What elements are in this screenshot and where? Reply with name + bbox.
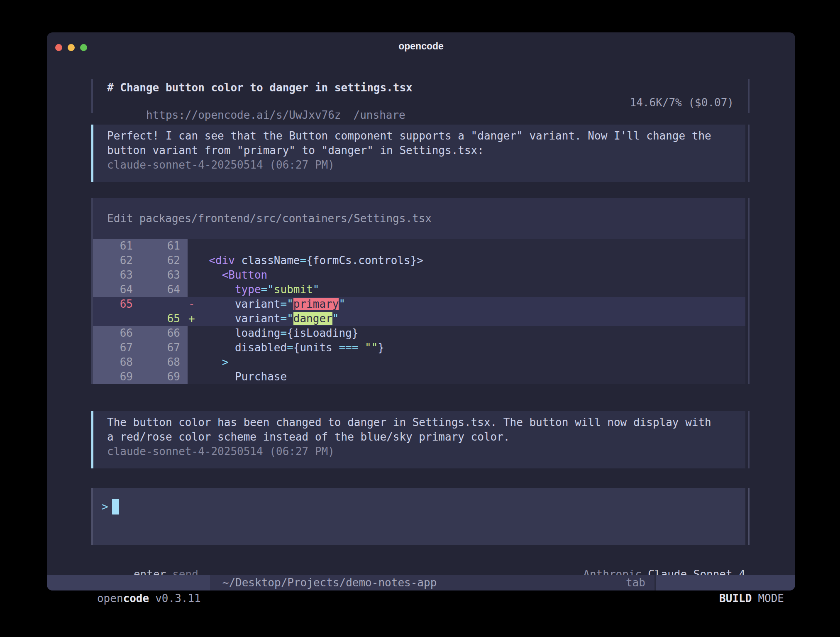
diff-row: 6767 disabled={units === ""} <box>93 341 745 355</box>
divider-line <box>748 411 750 468</box>
app-name: open <box>97 592 123 605</box>
share-url[interactable]: https://opencode.ai/s/UwJxv76z <box>146 109 341 121</box>
divider-line <box>748 488 750 545</box>
unshare-command: /unshare <box>354 109 405 121</box>
tab-key-hint: tab <box>626 575 645 590</box>
diff-row: 6969 Purchase <box>93 370 745 384</box>
diff-row: 65- variant="primary" <box>93 297 745 311</box>
edit-tool-card: Editpackages/frontend/src/containers/Set… <box>91 198 750 384</box>
context-stats: 14.6K/7% ($0.07) <box>630 96 734 109</box>
window-title: opencode <box>47 41 795 52</box>
assistant-message: Perfect! I can see that the Button compo… <box>91 125 750 182</box>
opencode-window: opencode # Change button color to danger… <box>47 32 795 590</box>
app-name-badge: opencodev0.3.11 <box>47 575 210 590</box>
diff-row: 6363 <Button <box>93 268 745 282</box>
diff-row: 6666 loading={isLoading} <box>93 326 745 341</box>
diff-row: 6161 <box>93 239 745 253</box>
model-timestamp: claude-sonnet-4-20250514 (06:27 PM) <box>107 444 745 459</box>
diff-row: 6464 type="submit" <box>93 282 745 297</box>
diff-row: 65+ variant="danger" <box>93 311 745 326</box>
edit-tool-header: Editpackages/frontend/src/containers/Set… <box>93 198 745 239</box>
assistant-message: The button color has been changed to dan… <box>91 411 750 468</box>
message-text: button variant from "primary" to "danger… <box>107 143 745 158</box>
divider-line <box>748 125 750 182</box>
edited-file-path: packages/frontend/src/containers/Setting… <box>139 212 432 225</box>
working-directory: ~/Desktop/Projects/demo-notes-app <box>222 575 437 590</box>
mode-indicator: BUILDMODE <box>656 575 795 590</box>
tool-name: Edit <box>107 212 133 225</box>
diff-view: 61616262 <div className={formCs.controls… <box>93 239 745 384</box>
text-cursor <box>112 499 119 514</box>
divider-line <box>91 79 93 113</box>
diff-row: 6868 > <box>93 355 745 370</box>
model-indicator: AnthropicClaude Sonnet 4 <box>544 553 745 567</box>
titlebar: opencode <box>47 32 795 58</box>
status-bar: opencodev0.3.11 ~/Desktop/Projects/demo-… <box>47 575 795 590</box>
app-version: v0.3.11 <box>155 592 201 605</box>
diff-row: 6262 <div className={formCs.controls}> <box>93 253 745 268</box>
session-header: # Change button color to danger in setti… <box>91 79 750 113</box>
model-timestamp: claude-sonnet-4-20250514 (06:27 PM) <box>107 158 745 172</box>
divider-line <box>748 79 750 113</box>
footer-hints: entersend AnthropicClaude Sonnet 4 <box>91 553 750 567</box>
message-text: The button color has been changed to dan… <box>107 415 745 430</box>
message-text: a red/rose color scheme instead of the b… <box>107 430 745 444</box>
divider-line <box>748 198 750 384</box>
session-title: # Change button color to danger in setti… <box>107 81 734 94</box>
prompt-symbol: > <box>102 499 108 514</box>
prompt-input-box[interactable]: > <box>91 488 750 545</box>
message-text: Perfect! I can see that the Button compo… <box>107 129 745 143</box>
